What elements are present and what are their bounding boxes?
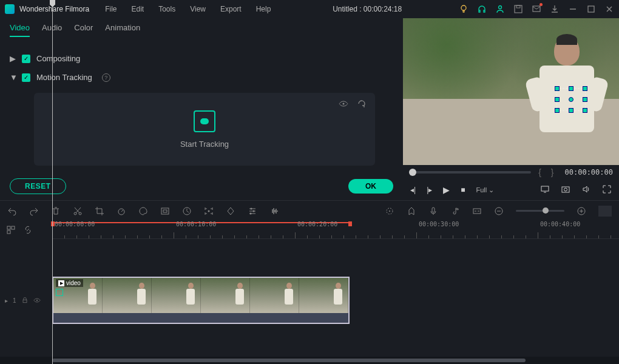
video-clip[interactable]: ▶ video	[52, 277, 350, 324]
redo-icon[interactable]	[29, 206, 39, 216]
cut-icon[interactable]	[73, 206, 83, 216]
play-icon[interactable]: ▶	[443, 185, 450, 195]
frame-back-icon[interactable]: |▸	[427, 186, 432, 194]
preview-scrubber[interactable]	[409, 171, 531, 174]
project-title: Untitled : 00:00:24:18	[280, 5, 454, 13]
display-icon[interactable]	[540, 184, 550, 196]
headphones-icon[interactable]	[477, 4, 487, 14]
lock-icon[interactable]	[21, 297, 29, 304]
tracking-target-icon[interactable]	[194, 110, 215, 132]
svg-rect-2	[515, 5, 522, 13]
motion-tracking-row[interactable]: ▼ ✓ Motion Tracking ?	[10, 68, 393, 87]
video-track-header[interactable]: ▸ 1	[0, 277, 52, 324]
color-icon[interactable]	[138, 206, 148, 216]
tab-animation[interactable]: Animation	[105, 23, 140, 37]
menu-help[interactable]: Help	[251, 2, 276, 16]
duration-icon[interactable]	[182, 206, 192, 216]
svg-rect-7	[541, 186, 549, 191]
link-icon[interactable]	[23, 225, 33, 235]
in-out-braces[interactable]: { }	[538, 167, 557, 177]
tracker-handle[interactable]	[555, 97, 560, 102]
tracker-handle[interactable]	[583, 86, 587, 91]
caret-down-icon: ▼	[10, 73, 16, 82]
tracker-handle[interactable]	[555, 108, 560, 113]
account-icon[interactable]	[495, 4, 505, 14]
menu-edit[interactable]: Edit	[127, 2, 149, 16]
stop-icon[interactable]: ■	[461, 186, 465, 194]
snapshot-icon[interactable]	[561, 184, 570, 196]
quality-selector[interactable]: Full ⌄	[476, 186, 495, 194]
eye-icon[interactable]	[33, 297, 41, 304]
compositing-label: Compositing	[36, 54, 80, 63]
clip-type-icon: ▶	[58, 280, 64, 286]
svg-point-18	[253, 210, 255, 212]
audio-mixer-icon[interactable]	[450, 206, 460, 216]
maximize-icon[interactable]	[586, 4, 596, 14]
timeline-mode-icon[interactable]	[598, 206, 612, 217]
svg-point-30	[36, 300, 37, 301]
tracker-handle[interactable]	[583, 97, 587, 102]
ruler-mark: 00:00:40:00	[540, 221, 580, 228]
message-icon[interactable]	[532, 4, 541, 14]
undo-icon[interactable]	[7, 206, 17, 216]
timeline-ruler[interactable]: 00:00:00:00 00:00:10:00 00:00:20:00 00:0…	[52, 221, 619, 239]
crop-icon[interactable]	[95, 206, 104, 216]
tracker-handle[interactable]	[555, 86, 560, 91]
tracker-handle[interactable]	[583, 108, 587, 113]
clip-effect-icon	[56, 289, 63, 296]
tracking-box[interactable]	[556, 88, 586, 111]
svg-point-19	[250, 212, 252, 214]
preview-timecode: 00:00:00:00	[565, 168, 613, 177]
track-number: 1	[13, 297, 16, 304]
tracker-handle[interactable]	[569, 108, 573, 113]
svg-point-1	[499, 6, 502, 9]
lightbulb-icon[interactable]	[459, 4, 468, 14]
clip-label: ▶ video	[56, 279, 83, 287]
motion-tracking-checkbox[interactable]: ✓	[22, 73, 30, 82]
zoom-slider[interactable]	[516, 210, 564, 212]
refresh-icon[interactable]	[357, 99, 367, 109]
step-back-icon[interactable]: ◂|	[410, 186, 416, 194]
render-icon[interactable]	[385, 206, 394, 216]
tracker-center[interactable]	[569, 97, 573, 102]
subtitle-icon[interactable]	[472, 206, 482, 216]
compositing-checkbox[interactable]: ✓	[22, 55, 30, 63]
motion-tracking-label: Motion Tracking	[36, 73, 92, 82]
zoom-out-icon[interactable]	[494, 206, 504, 216]
eye-tracking-icon[interactable]	[339, 99, 348, 109]
zoom-in-icon[interactable]	[577, 206, 586, 216]
preview-viewport[interactable]	[403, 18, 619, 165]
tracker-handle[interactable]	[569, 86, 573, 91]
tab-video[interactable]: Video	[10, 23, 30, 37]
ok-button[interactable]: OK	[348, 179, 393, 194]
menu-export[interactable]: Export	[215, 2, 246, 16]
keyframe-icon[interactable]	[226, 206, 235, 216]
menu-file[interactable]: File	[100, 2, 121, 16]
download-icon[interactable]	[550, 4, 560, 14]
timeline-scrollbar[interactable]	[52, 359, 526, 362]
help-icon[interactable]: ?	[102, 73, 110, 82]
volume-icon[interactable]	[581, 184, 591, 196]
green-screen-icon[interactable]	[160, 206, 170, 216]
menu-view[interactable]: View	[185, 2, 211, 16]
save-icon[interactable]	[513, 4, 523, 14]
marker-icon[interactable]	[407, 206, 416, 216]
minimize-icon[interactable]	[568, 4, 578, 14]
ruler-mark: 00:00:00:00	[55, 221, 95, 228]
svg-point-21	[389, 211, 390, 212]
reset-button[interactable]: RESET	[10, 178, 66, 194]
close-icon[interactable]	[604, 4, 614, 14]
record-icon[interactable]	[428, 206, 438, 216]
menu-tools[interactable]: Tools	[154, 2, 180, 16]
compositing-row[interactable]: ▶ ✓ Compositing	[10, 49, 393, 68]
motion-track-icon[interactable]	[204, 206, 214, 216]
adjust-icon[interactable]	[248, 206, 257, 216]
app-logo	[5, 4, 15, 14]
start-tracking-label[interactable]: Start Tracking	[180, 140, 229, 149]
audio-icon[interactable]	[269, 206, 279, 216]
fullscreen-icon[interactable]	[602, 184, 612, 196]
tab-color[interactable]: Color	[74, 23, 93, 37]
speed-icon[interactable]	[117, 206, 126, 216]
media-bin-icon[interactable]	[6, 225, 16, 235]
svg-rect-26	[7, 226, 10, 229]
